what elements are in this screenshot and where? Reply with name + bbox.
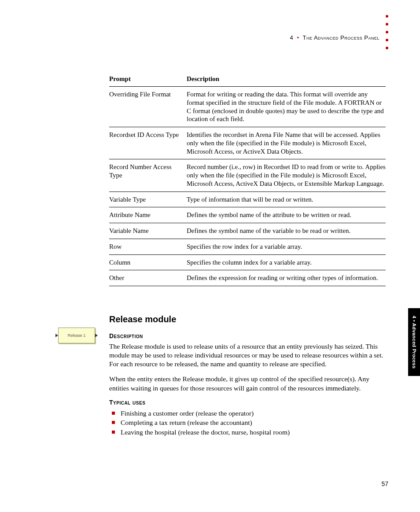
cell-prompt: Variable Name bbox=[109, 223, 187, 239]
page: 4 • The Advanced Process Panel Prompt De… bbox=[0, 0, 420, 512]
cell-desc: Record number (i.e., row) in Recordset I… bbox=[187, 159, 386, 192]
header-chapter-title: The Advanced Process Panel bbox=[303, 34, 379, 41]
subhead-description: Description bbox=[109, 332, 386, 339]
cell-prompt: Attribute Name bbox=[109, 207, 187, 223]
th-prompt: Prompt bbox=[109, 73, 187, 87]
list-item: Finishing a customer order (release the … bbox=[109, 409, 386, 418]
cell-desc: Defines the symbol name of the variable … bbox=[187, 223, 386, 239]
decorative-dots bbox=[386, 15, 388, 49]
table-row: Record Number Access Type Record number … bbox=[109, 159, 386, 192]
table-row: Attribute Name Defines the symbol name o… bbox=[109, 207, 386, 223]
side-tab: 4 • Advanced Process bbox=[408, 308, 420, 376]
module-label: Release 1 bbox=[68, 333, 86, 338]
module-box: Release 1 bbox=[58, 328, 95, 343]
cell-prompt: Other bbox=[109, 270, 187, 286]
table-row: Variable Name Defines the symbol name of… bbox=[109, 223, 386, 239]
cell-desc: Type of information that will be read or… bbox=[187, 192, 386, 207]
dot-icon bbox=[386, 47, 388, 49]
th-description: Description bbox=[187, 73, 386, 87]
table-row: Other Defines the expression for reading… bbox=[109, 270, 386, 286]
cell-desc: Specifies the column index for a variabl… bbox=[187, 254, 386, 270]
prompt-table: Prompt Description Overriding File Forma… bbox=[109, 73, 386, 286]
content-area: Prompt Description Overriding File Forma… bbox=[109, 73, 386, 437]
cell-prompt: Overriding File Format bbox=[109, 87, 187, 127]
table-row: Overriding File Format Format for writin… bbox=[109, 87, 386, 127]
cell-prompt: Row bbox=[109, 239, 187, 254]
triangle-right-icon bbox=[95, 334, 98, 337]
dot-icon bbox=[386, 39, 388, 41]
cell-prompt: Record Number Access Type bbox=[109, 159, 187, 192]
triangle-left-icon bbox=[55, 334, 58, 337]
table-row: Column Specifies the column index for a … bbox=[109, 254, 386, 270]
dot-icon bbox=[386, 15, 388, 18]
paragraph: When the entity enters the Release modul… bbox=[109, 375, 386, 392]
list-item: Leaving the hospital (release the doctor… bbox=[109, 427, 386, 437]
running-header: 4 • The Advanced Process Panel bbox=[290, 34, 379, 41]
dot-icon bbox=[386, 31, 388, 33]
dot-icon bbox=[386, 23, 388, 26]
subhead-typical-uses: Typical uses bbox=[109, 399, 386, 406]
cell-prompt: Variable Type bbox=[109, 192, 187, 207]
uses-list: Finishing a customer order (release the … bbox=[109, 409, 386, 437]
cell-desc: Defines the expression for reading or wr… bbox=[187, 270, 386, 286]
table-row: Variable Type Type of information that w… bbox=[109, 192, 386, 207]
header-chapter-num: 4 bbox=[290, 34, 294, 41]
page-number: 57 bbox=[381, 480, 388, 487]
cell-prompt: Column bbox=[109, 254, 187, 270]
cell-prompt: Recordset ID Access Type bbox=[109, 127, 187, 159]
section-title: Release module bbox=[109, 314, 386, 324]
cell-desc: Specifies the row index for a variable a… bbox=[187, 239, 386, 254]
header-bullet: • bbox=[295, 34, 301, 41]
cell-desc: Identifies the recordset in Arena File N… bbox=[187, 127, 386, 159]
cell-desc: Defines the symbol name of the attribute… bbox=[187, 207, 386, 223]
release-module-icon: Release 1 bbox=[56, 327, 97, 344]
table-row: Row Specifies the row index for a variab… bbox=[109, 239, 386, 254]
table-row: Recordset ID Access Type Identifies the … bbox=[109, 127, 386, 159]
paragraph: The Release module is used to release un… bbox=[109, 342, 386, 368]
cell-desc: Format for writing or reading the data. … bbox=[187, 87, 386, 127]
list-item: Completing a tax return (release the acc… bbox=[109, 418, 386, 427]
